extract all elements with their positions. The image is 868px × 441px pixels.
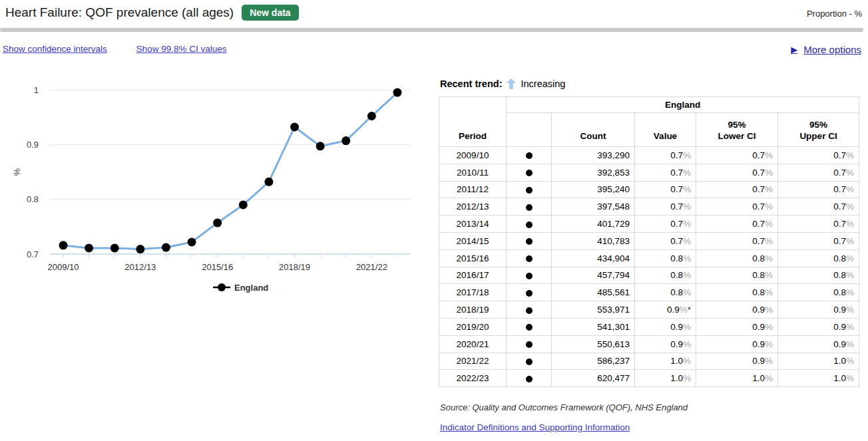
data-point [188,237,196,246]
period-cell: 2014/15 [439,232,507,249]
more-options-link[interactable]: ▶ More options [791,44,861,55]
data-table: Period England Count Value 95% Lower CI … [439,96,859,387]
table-body: 2009/10393,2900.7%0.7%0.7%2010/11392,853… [439,147,859,387]
data-point [290,122,299,131]
recent-trend-label: Recent trend: [440,78,502,89]
x-tick-label: 2009/10 [48,262,79,272]
table-row: 2009/10393,2900.7%0.7%0.7% [439,147,859,164]
table-row: 2019/20541,3010.9%0.9%0.9% [439,318,859,335]
marker-cell [507,301,552,319]
divider [0,28,863,32]
count-cell: 541,301 [552,318,635,335]
lower-ci-cell: 0.8% [696,284,778,301]
series-marker-icon [526,221,533,228]
data-point [162,243,170,252]
show-confidence-intervals-link[interactable]: Show confidence intervals [3,44,107,54]
lower-ci-cell: 0.7% [696,216,778,233]
table-row: 2021/22586,2371.0%0.9%1.0% [439,353,859,370]
count-cell: 401,729 [552,216,635,233]
count-column-header: Count [552,113,635,147]
series-marker-icon [526,255,533,262]
count-cell: 392,853 [552,164,635,181]
period-cell: 2009/10 [439,147,507,164]
upper-ci-cell: 0.8% [778,267,859,284]
period-cell: 2016/17 [439,267,507,284]
marker-cell [507,249,552,267]
series-marker-icon [526,238,533,245]
value-cell: 0.7% [635,181,696,198]
trend-direction: Increasing [521,78,565,89]
upper-ci-cell: 0.8% [778,284,859,301]
table-row: 2022/23620,4771.0%1.0%1.0% [439,370,859,387]
lower-ci-cell: 0.9% [696,301,778,319]
data-point [393,88,402,97]
upper-ci-cell: 0.7% [778,147,859,164]
trend-line [63,92,397,249]
period-cell: 2017/18 [439,284,507,301]
source-text: Source: Quality and Outcomes Framework (… [440,402,859,412]
marker-cell [507,353,552,370]
series-marker-icon [526,359,533,365]
y-tick-label: 1 [34,85,39,95]
period-cell: 2021/22 [439,353,507,370]
show-ci-values-link[interactable]: Show 99.8% CI values [136,44,227,54]
count-cell: 586,237 [552,353,635,370]
series-marker-icon [526,204,533,211]
indicator-definitions-link[interactable]: Indicator Definitions and Supporting Inf… [440,422,630,432]
upper-ci-cell: 0.7% [778,232,859,249]
count-cell: 393,290 [552,147,635,164]
table-row: 2018/19553,9710.9%*0.9%0.9% [439,301,859,319]
table-row: 2012/13397,5480.7%0.7%0.7% [439,198,859,216]
recent-trend: Recent trend: Increasing [440,78,859,89]
y-tick-label: 0.9 [27,140,39,150]
lower-ci-cell: 0.9% [696,318,778,335]
legend-marker-icon [218,283,226,291]
data-point [316,142,325,150]
period-cell: 2019/20 [439,318,507,335]
upper-ci-cell: 0.9% [778,318,859,335]
page-header: Heart Failure: QOF prevalence (all ages)… [5,5,299,21]
x-tick-label: 2015/16 [202,262,233,272]
lower-ci-cell: 0.9% [696,335,778,353]
marker-cell [507,267,552,284]
data-point [110,243,119,252]
value-cell: 0.7% [635,164,696,181]
value-cell: 0.8% [635,267,696,284]
value-cell: 0.9% [635,318,696,335]
upper-ci-cell: 0.9% [778,335,859,353]
value-cell: 1.0% [635,353,696,370]
series-marker-icon [526,324,533,331]
value-cell: 1.0% [635,370,696,387]
count-cell: 395,240 [552,181,635,198]
lower-ci-cell: 0.7% [696,164,778,181]
count-cell: 434,904 [552,249,635,267]
data-point [136,245,144,253]
series-marker-icon [526,152,533,159]
x-tick-label: 2012/13 [124,262,156,272]
period-cell: 2010/11 [439,164,507,181]
marker-column-header [507,113,552,147]
count-cell: 553,971 [552,301,635,319]
data-point [341,136,350,145]
table-row: 2010/11392,8530.7%0.7%0.7% [439,164,859,181]
new-data-badge: New data [242,5,298,21]
period-cell: 2012/13 [439,198,507,216]
series-marker-icon [526,273,533,279]
period-cell: 2013/14 [439,216,507,233]
value-cell: 0.7% [635,147,696,164]
x-tick-label: 2021/22 [356,262,387,272]
series-marker-icon [526,307,533,314]
data-panel: Recent trend: Increasing Period England … [439,78,859,433]
count-cell: 397,548 [552,198,635,216]
table-row: 2020/21550,6130.9%0.9%0.9% [439,335,859,353]
legend-label: England [234,283,268,293]
marker-cell [507,318,552,335]
data-point [213,219,222,227]
marker-cell [507,164,552,181]
lower-ci-cell: 0.8% [696,267,778,284]
lower-ci-cell: 0.7% [696,181,778,198]
chart-legend: England [213,283,268,293]
upper-ci-cell: 0.7% [778,198,859,216]
expand-arrow-icon: ▶ [791,45,797,55]
lower-ci-cell: 0.7% [696,232,778,249]
